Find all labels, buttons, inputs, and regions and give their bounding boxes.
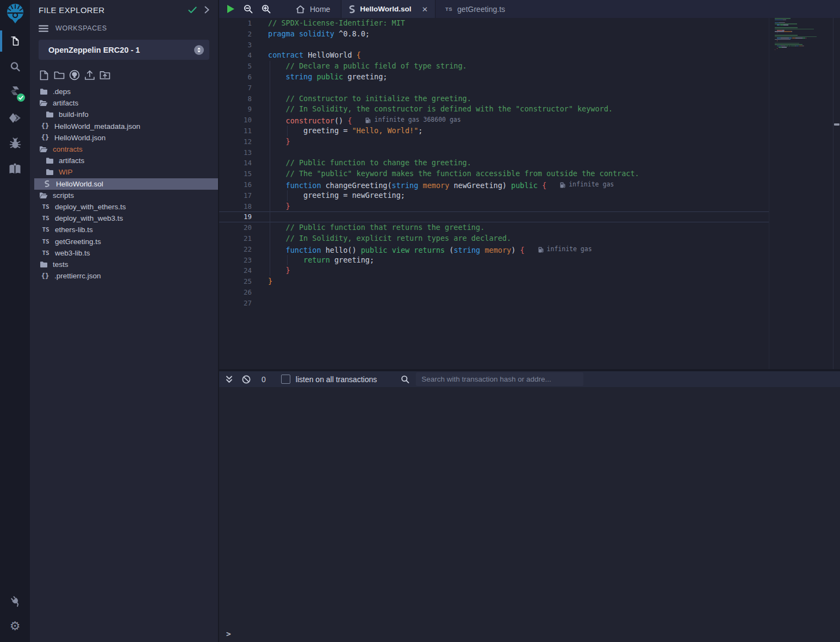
settings-gear-icon[interactable]: ⚙ bbox=[0, 613, 30, 639]
tree-item-helloworld-metadata-json[interactable]: {}HelloWorld_metadata.json bbox=[30, 121, 218, 132]
compile-success-badge bbox=[17, 94, 25, 102]
remix-logo-icon[interactable] bbox=[0, 0, 30, 28]
workspace-name: OpenZeppelin ERC20 - 1 bbox=[48, 46, 194, 54]
line-number: 15 bbox=[219, 169, 252, 179]
line-number: 19 bbox=[219, 211, 252, 222]
ts-icon: TS bbox=[41, 203, 50, 210]
sidebar-item-solidity-compiler[interactable] bbox=[0, 79, 30, 105]
tree-item-deploy-with-ethers-ts[interactable]: TSdeploy_with_ethers.ts bbox=[30, 201, 218, 213]
run-script-button[interactable] bbox=[227, 4, 235, 14]
sidebar-item-debugger[interactable] bbox=[0, 130, 30, 156]
tree-item-deploy-with-web3-ts[interactable]: TSdeploy_with_web3.ts bbox=[30, 213, 218, 224]
line-content: // Public function that returns the gree… bbox=[268, 222, 769, 233]
code-line-10: 10 constructor() {infinite gas 368600 ga… bbox=[219, 115, 769, 126]
code-line-7: 7 bbox=[219, 83, 769, 94]
tab-helloworld-sol[interactable]: HelloWorld.sol ✕ bbox=[341, 0, 435, 18]
file-explorer-toolbar bbox=[39, 69, 209, 81]
tree-item-label: artifacts bbox=[59, 157, 84, 165]
line-number: 11 bbox=[219, 126, 252, 136]
listen-transactions-checkbox[interactable] bbox=[281, 375, 290, 384]
code-line-18: 18 } bbox=[219, 201, 769, 212]
tab-label: getGreeting.ts bbox=[457, 5, 505, 14]
tree-item-tests[interactable]: tests bbox=[30, 259, 218, 270]
sidebar-item-search[interactable] bbox=[0, 54, 30, 79]
tree-item-contracts[interactable]: contracts bbox=[30, 144, 218, 155]
github-clone-icon[interactable] bbox=[69, 69, 80, 81]
clear-console-icon[interactable] bbox=[242, 375, 251, 384]
line-content bbox=[268, 287, 769, 298]
tree-item-wip[interactable]: WIP bbox=[30, 166, 218, 178]
line-number: 5 bbox=[219, 61, 252, 72]
line-content: // In Solidity, explicit return types ar… bbox=[268, 233, 769, 244]
zoom-in-icon[interactable] bbox=[262, 4, 271, 14]
sidebar-item-learneth[interactable] bbox=[0, 156, 30, 182]
panel-title: FILE EXPLORER bbox=[39, 5, 181, 15]
line-number: 3 bbox=[219, 40, 252, 51]
expand-terminal-icon[interactable] bbox=[226, 376, 233, 383]
line-content bbox=[268, 211, 769, 222]
workspaces-menu-icon[interactable] bbox=[39, 25, 48, 32]
tree-item-web3-lib-ts[interactable]: TSweb3-lib.ts bbox=[30, 247, 218, 259]
tree-item-helloworld-sol[interactable]: HelloWorld.sol bbox=[34, 178, 218, 190]
editor-tabbar: Home HelloWorld.sol ✕ TS getGreeting.ts bbox=[219, 0, 840, 18]
new-folder-icon[interactable] bbox=[54, 69, 65, 81]
ts-icon: TS bbox=[41, 226, 50, 233]
tree-item-scripts[interactable]: scripts bbox=[30, 190, 218, 201]
line-content: greeting = newGreeting; bbox=[268, 190, 769, 201]
tree-item-label: web3-lib.ts bbox=[55, 249, 90, 257]
terminal-prompt: > bbox=[226, 629, 231, 638]
terminal-content[interactable]: > bbox=[219, 387, 840, 642]
terminal-search-input[interactable] bbox=[416, 372, 583, 386]
scrollbar-thumb[interactable] bbox=[834, 123, 839, 126]
sidebar-item-plugin-manager[interactable] bbox=[0, 588, 30, 613]
tree-item-ethers-lib-ts[interactable]: TSethers-lib.ts bbox=[30, 224, 218, 235]
remix-ide-window: ⚙ FILE EXPLORER WORKSPACES OpenZeppelin … bbox=[0, 0, 840, 642]
tree-item-label: getGreeting.ts bbox=[55, 238, 101, 246]
line-number: 24 bbox=[219, 265, 252, 276]
tree-item-label: HelloWorld.json bbox=[54, 134, 105, 142]
code-line-11: 11 greeting = "Hello, World!"; bbox=[219, 126, 769, 136]
line-number: 27 bbox=[219, 298, 252, 309]
code-line-12: 12 } bbox=[219, 136, 769, 147]
line-content: greeting = "Hello, World!"; bbox=[268, 126, 769, 136]
tree-item-helloworld-json[interactable]: {}HelloWorld.json bbox=[30, 132, 218, 144]
sidebar-item-deploy-run[interactable] bbox=[0, 105, 30, 130]
upload-file-icon[interactable] bbox=[84, 69, 95, 81]
tree-item-artifacts[interactable]: artifacts bbox=[30, 155, 218, 166]
new-file-icon[interactable] bbox=[39, 69, 49, 81]
line-content: } bbox=[268, 201, 769, 212]
tree-item-build-info[interactable]: build-info bbox=[30, 109, 218, 120]
accept-check-icon[interactable] bbox=[188, 7, 197, 14]
line-content: } bbox=[268, 136, 769, 147]
gas-estimate: infinite gas 368600 gas bbox=[365, 115, 461, 126]
minimap-line bbox=[775, 52, 818, 53]
tree-item-label: HelloWorld.sol bbox=[56, 180, 103, 188]
tree-item--deps[interactable]: .deps bbox=[30, 86, 218, 97]
tree-item--prettierrc-json[interactable]: {}.prettierrc.json bbox=[30, 270, 218, 282]
sidebar-item-file-explorer[interactable] bbox=[0, 28, 30, 54]
folder-icon bbox=[39, 261, 48, 268]
upload-folder-icon[interactable] bbox=[99, 69, 110, 81]
chevron-right-icon[interactable] bbox=[204, 6, 209, 14]
close-tab-icon[interactable]: ✕ bbox=[422, 5, 428, 14]
minimap[interactable] bbox=[775, 18, 818, 53]
editor-scrollbar[interactable] bbox=[833, 18, 840, 369]
listen-transactions-label[interactable]: listen on all transactions bbox=[296, 375, 377, 384]
line-content: string public greeting; bbox=[268, 72, 769, 83]
code-line-22: 22 function hello() public view returns … bbox=[219, 244, 769, 255]
line-content: return greeting; bbox=[268, 255, 769, 266]
zoom-out-icon[interactable] bbox=[244, 4, 253, 14]
code-editor[interactable]: 1// SPDX-License-Identifier: MIT2pragma … bbox=[219, 18, 840, 369]
tab-label: HelloWorld.sol bbox=[360, 5, 411, 13]
line-number: 8 bbox=[219, 94, 252, 104]
tree-item-label: HelloWorld_metadata.json bbox=[54, 122, 140, 130]
code-line-19: 19 bbox=[219, 211, 769, 222]
tree-item-getgreeting-ts[interactable]: TSgetGreeting.ts bbox=[30, 235, 218, 247]
activity-bar: ⚙ bbox=[0, 0, 30, 642]
line-number: 12 bbox=[219, 136, 252, 147]
tab-getgreeting-ts[interactable]: TS getGreeting.ts bbox=[435, 0, 515, 18]
file-explorer-header: FILE EXPLORER bbox=[30, 0, 218, 20]
tab-home[interactable]: Home bbox=[285, 0, 341, 18]
workspace-select[interactable]: OpenZeppelin ERC20 - 1 bbox=[39, 40, 209, 60]
tree-item-artifacts[interactable]: artifacts bbox=[30, 97, 218, 109]
